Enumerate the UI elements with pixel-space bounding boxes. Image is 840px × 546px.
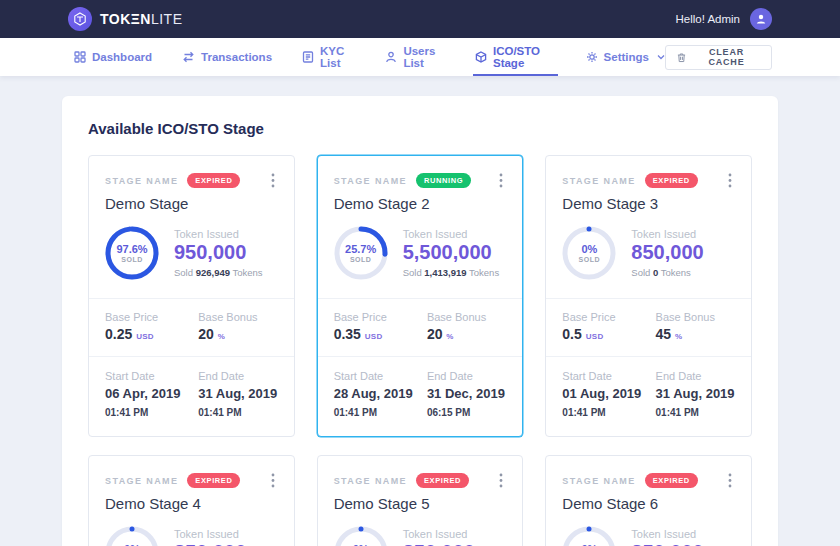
stage-name-label: STAGE NAME xyxy=(105,176,178,186)
card-menu-button[interactable] xyxy=(725,171,735,190)
token-issued-value: 850,000 xyxy=(174,541,246,546)
base-bonus-label: Base Bonus xyxy=(656,311,735,323)
base-price-label: Base Price xyxy=(105,311,198,323)
percent-sold-value: 97.6% xyxy=(116,243,147,255)
nav-label: KYC List xyxy=(320,45,355,69)
sold-tokens-line: Sold 926,949 Tokens xyxy=(174,267,263,278)
stage-title: Demo Stage 5 xyxy=(334,495,507,512)
stage-cards-grid: STAGE NAME EXPIRED Demo Stage 97.6% SOL xyxy=(88,155,752,546)
start-date-label: Start Date xyxy=(105,370,198,382)
nav-item-ico-sto-stage[interactable]: ICO/STO Stage xyxy=(475,38,556,76)
clear-cache-button[interactable]: CLEAR CACHE xyxy=(665,45,772,70)
base-bonus-value: 20 % xyxy=(198,326,277,342)
end-date-label: End Date xyxy=(198,370,277,382)
user-avatar[interactable] xyxy=(750,8,772,30)
status-badge: EXPIRED xyxy=(645,173,698,188)
user-icon xyxy=(385,51,397,63)
nav-label: ICO/STO Stage xyxy=(493,45,556,69)
sold-progress-ring: 25.7% SOLD xyxy=(334,226,388,280)
stage-name-label: STAGE NAME xyxy=(562,176,635,186)
end-date-value: 31 Dec, 2019 06:15 PM xyxy=(427,385,506,420)
card-menu-button[interactable] xyxy=(496,471,506,490)
base-bonus-unit: % xyxy=(675,332,682,341)
page-title: Available ICO/STO Stage xyxy=(88,120,752,137)
card-menu-button[interactable] xyxy=(268,471,278,490)
stage-card: STAGE NAME EXPIRED Demo Stage 97.6% SOL xyxy=(88,155,295,437)
person-icon xyxy=(755,13,767,25)
tokenlite-logo-icon xyxy=(68,7,92,31)
base-bonus-unit: % xyxy=(218,332,225,341)
stage-title: Demo Stage 4 xyxy=(105,495,278,512)
brand-name: TOKΞNLITE xyxy=(100,11,183,27)
end-time-value: 06:15 PM xyxy=(427,407,470,418)
sold-tokens-value: 0 xyxy=(653,267,658,278)
stage-card: STAGE NAME EXPIRED Demo Stage 4 0% SOLD xyxy=(88,455,295,546)
chevron-down-icon xyxy=(657,54,665,60)
nav-item-kyc-list[interactable]: KYC List xyxy=(302,38,355,76)
start-date-value: 01 Aug, 2019 01:41 PM xyxy=(562,385,655,420)
stage-card: STAGE NAME RUNNING Demo Stage 2 25.7% S xyxy=(317,155,524,437)
sold-tokens-line: Sold 1,413,919 Tokens xyxy=(403,267,500,278)
nav-item-dashboard[interactable]: Dashboard xyxy=(74,38,152,76)
gear-icon xyxy=(586,51,598,63)
base-price-label: Base Price xyxy=(334,311,427,323)
sold-progress-ring: 0% SOLD xyxy=(334,526,388,546)
sold-progress-ring: 0% SOLD xyxy=(562,526,616,546)
nav-label: Transactions xyxy=(201,51,272,63)
stage-card: STAGE NAME EXPIRED Demo Stage 6 0% SOLD xyxy=(545,455,752,546)
status-badge: RUNNING xyxy=(416,173,471,188)
base-price-label: Base Price xyxy=(562,311,655,323)
sold-tokens-value: 1,413,919 xyxy=(424,267,466,278)
top-navbar: TOKΞNLITE Hello! Admin xyxy=(0,0,840,38)
token-issued-value: 950,000 xyxy=(174,241,263,264)
stage-title: Demo Stage xyxy=(105,195,278,212)
kebab-menu-icon xyxy=(728,173,732,188)
nav-label: Dashboard xyxy=(92,51,152,63)
clear-cache-label: CLEAR CACHE xyxy=(693,47,760,67)
start-date-label: Start Date xyxy=(562,370,655,382)
token-issued-label: Token Issued xyxy=(174,528,246,540)
stage-name-label: STAGE NAME xyxy=(105,476,178,486)
swap-icon xyxy=(182,51,195,63)
nav-item-users-list[interactable]: Users List xyxy=(385,38,445,76)
base-price-value: 0.35 USD xyxy=(334,326,427,342)
card-menu-button[interactable] xyxy=(496,171,506,190)
token-issued-label: Token Issued xyxy=(631,528,703,540)
greeting-text: Hello! Admin xyxy=(675,13,740,25)
stage-title: Demo Stage 2 xyxy=(334,195,507,212)
card-menu-button[interactable] xyxy=(725,471,735,490)
percent-sold-value: 0% xyxy=(581,243,597,255)
base-price-unit: USD xyxy=(136,332,154,341)
kebab-menu-icon xyxy=(271,473,275,488)
status-badge: EXPIRED xyxy=(645,473,698,488)
sold-caption: SOLD xyxy=(350,256,371,263)
base-price-unit: USD xyxy=(365,332,383,341)
end-date-value: 31 Aug, 2019 01:41 PM xyxy=(656,385,735,420)
token-issued-label: Token Issued xyxy=(403,228,500,240)
grid-icon xyxy=(74,51,86,63)
card-menu-button[interactable] xyxy=(268,171,278,190)
cube-icon xyxy=(475,51,487,63)
base-bonus-value: 45 % xyxy=(656,326,735,342)
brand-logo[interactable]: TOKΞNLITE xyxy=(68,7,183,31)
token-issued-label: Token Issued xyxy=(631,228,703,240)
nav-item-settings[interactable]: Settings xyxy=(586,38,665,76)
end-time-value: 01:41 PM xyxy=(656,407,699,418)
start-date-value: 06 Apr, 2019 01:41 PM xyxy=(105,385,198,420)
base-bonus-label: Base Bonus xyxy=(427,311,506,323)
status-badge: EXPIRED xyxy=(187,173,240,188)
sold-caption: SOLD xyxy=(121,256,142,263)
token-issued-value: 5,500,000 xyxy=(403,241,500,264)
nav-item-transactions[interactable]: Transactions xyxy=(182,38,272,76)
base-bonus-label: Base Bonus xyxy=(198,311,277,323)
token-issued-value: 850,000 xyxy=(631,241,703,264)
sold-progress-ring: 97.6% SOLD xyxy=(105,226,159,280)
start-date-value: 28 Aug, 2019 01:41 PM xyxy=(334,385,427,420)
end-date-label: End Date xyxy=(656,370,735,382)
stage-title: Demo Stage 6 xyxy=(562,495,735,512)
trash-icon xyxy=(677,52,686,63)
start-time-value: 01:41 PM xyxy=(334,407,377,418)
sold-tokens-line: Sold 0 Tokens xyxy=(631,267,703,278)
kebab-menu-icon xyxy=(499,173,503,188)
nav-label: Users List xyxy=(403,45,445,69)
